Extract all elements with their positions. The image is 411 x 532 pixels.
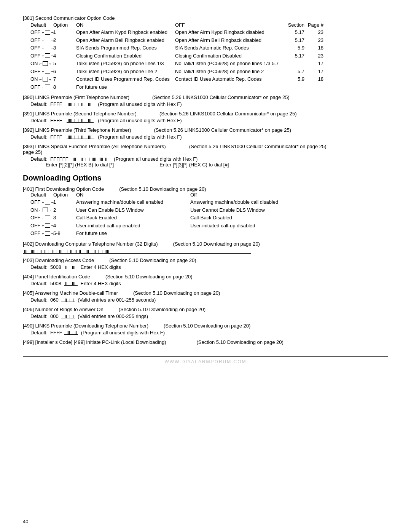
row7-checkbox: ⌐¬ [40, 76, 51, 83]
row4-checkbox: ⌐¬ [42, 53, 54, 59]
section402-input [23, 248, 251, 254]
row3-page: 18 [304, 44, 323, 52]
row6-default: OFF [30, 68, 40, 75]
section390-value: FFFF [50, 101, 62, 107]
section392-title: [392] LINKS Preamble (Third Telephone Nu… [23, 127, 388, 133]
section405-title-line: [405] Answering Machine Double-call Time… [23, 290, 388, 296]
page-content: [381] Second Communicator Option Code De… [23, 15, 388, 345]
section391-ref: (Section 5.26 LINKS1000 Cellular Communi… [159, 111, 297, 117]
row4-off: Closing Confirmation Disabled [175, 52, 282, 60]
section393-value: FFFFFF [50, 156, 68, 162]
row4-on: Closing Confirmation Enabled [76, 52, 175, 60]
col401-header-on: ON [76, 192, 190, 198]
section391-value: FFFF [50, 118, 62, 123]
row3-section: 5.9 [282, 44, 304, 52]
section393-default-row: Default: FFFFFF (Program all unused digi… [30, 155, 388, 162]
row6-option: 6 [53, 68, 76, 75]
row2-on: Open After Alarm Bell Ringback enabled [76, 37, 175, 44]
section490-title-line: [490] LINKS Preamble (Downloading Teleph… [23, 323, 388, 329]
row4-page: 23 [304, 52, 323, 60]
row5-default: ON [30, 60, 38, 67]
row3-checkbox: ⌐¬ [42, 45, 54, 51]
section403-ref: (Section 5.10 Downloading on page 20) [109, 257, 196, 263]
row8-option: 8 [53, 83, 76, 91]
section392-default-row: Default: FFFF (Program all unused digits… [30, 133, 388, 140]
section402-title-line: [402] Downloading Computer s Telephone N… [23, 241, 388, 247]
row4-option: 4 [53, 52, 76, 60]
col401-header-default: Default [30, 192, 53, 198]
section406-default-row: Default: 000 (Valid entries are 000-255 … [30, 312, 388, 319]
table-row: OFF ⌐¬ 6 Talk/Listen (PC5928) on phone l… [30, 68, 388, 75]
row7-default: ON [30, 75, 38, 83]
row1-on: Open After Alarm Kypd Ringback enabled [76, 29, 175, 36]
section403-value: 5008 [50, 264, 61, 270]
section405-ref: (Section 5.10 Downloading on page 20) [133, 290, 220, 296]
row8-on: For future use [76, 83, 175, 91]
table-row: OFF ⌐¬ 4 User-initiated call-up enabled … [30, 222, 388, 230]
row7-section: 5.9 [282, 75, 304, 83]
section490-note: (Program all unused digits with Hex F) [81, 330, 165, 335]
section391-note: (Program all unused digits with Hex F) [98, 118, 182, 123]
row5-checkbox: ⌐¬ [40, 61, 51, 67]
row6-on: Talk/Listen (PC5928) on phone line 2 [76, 68, 175, 75]
section393-enter1: Enter [*][2][*] (HEX B) to dial [*] [46, 162, 114, 168]
table-row: OFF ⌐¬ 1 Open After Alarm Kypd Ringback … [30, 29, 388, 36]
row5-option: 5 [53, 60, 76, 67]
row6-checkbox: ⌐¬ [42, 68, 54, 75]
section404-ref: (Section 5.10 Downloading on page 20) [105, 274, 192, 280]
row3-option: 3 [53, 44, 76, 52]
row7-off: Contact ID Uses Automatic Rep. Codes [175, 75, 282, 83]
row7-option: 7 [53, 75, 76, 83]
table-row: ON ⌐¬ 7 Contact ID Uses Programmed Rep. … [30, 75, 388, 83]
section393-enter2: Enter [*][3][*] (HEX C) to dial [#] [159, 162, 229, 168]
col-header-section: Section [282, 22, 304, 28]
section403-default-row: Default: 5008 Enter 4 HEX digits [30, 263, 388, 270]
row4-default: OFF [30, 52, 40, 60]
table-row: OFF ⌐¬ 1 Answering machine/double call e… [30, 198, 388, 206]
section499-ref: (Section 5.10 Downloading on page 20) [196, 339, 283, 345]
row1-option: 1 [53, 29, 76, 36]
section393-ref2: page 25) [23, 149, 388, 155]
section393-enter-row: Enter [*][2][*] (HEX B) to dial [*] Ente… [46, 162, 388, 168]
table-row: OFF ⌐¬ 5-8 For future use [30, 230, 388, 237]
section404-value: 5008 [50, 281, 61, 286]
section402-ref: (Section 5.10 Downloading on page 20) [173, 241, 260, 247]
section403-title-line: [403] Downloading Access Code (Section 5… [23, 257, 388, 263]
col401-header-option: Option [53, 192, 76, 198]
row6-section: 5.7 [282, 68, 304, 75]
section391-title: [391] LINKS Preamble (Second Telephone N… [23, 111, 388, 117]
section403-note: Enter 4 HEX digits [80, 264, 121, 270]
table-row: ON ⌐¬ 2 User Can Enable DLS Window User … [30, 206, 388, 214]
col-header-option: Option [53, 22, 76, 28]
section392-ref: (Section 5.26 LINKS1000 Cellular Communi… [154, 127, 291, 133]
row2-page: 23 [304, 37, 323, 44]
row1-section: 5.17 [282, 29, 304, 36]
col-header-page: Page # [304, 22, 323, 28]
section391-default-row: Default: FFFF (Program all unused digits… [30, 117, 388, 123]
section406-note: (Valid entries are 000-255 rings) [78, 313, 148, 319]
section405-value: 060 [50, 297, 59, 303]
row3-on: SIA Sends Programmed Rep. Codes [76, 44, 175, 52]
watermark: WWW.DIYALARMPORUM.COM [164, 359, 246, 364]
row8-checkbox: ⌐¬ [42, 84, 54, 90]
section499-title-line: [499] [Installer s Code] [499] Initiate … [23, 339, 388, 345]
row2-checkbox: ⌐¬ [42, 37, 54, 43]
section405-note: (Valid entries are 001-255 seconds) [78, 297, 156, 303]
section390-title: [390] LINKS Preamble (First Telephone Nu… [23, 94, 388, 100]
row2-off: Open After Alrm Bell Ringback disabled [175, 37, 282, 44]
table-row: OFF ⌐¬ 4 Closing Confirmation Enabled Cl… [30, 52, 388, 60]
section404-note: Enter 4 HEX digits [80, 281, 121, 286]
col-header-on: ON [76, 22, 175, 28]
row3-off: SIA Sends Automatic Rep. Codes [175, 44, 282, 52]
col-header-off: OFF [175, 22, 282, 28]
row5-page: 17 [304, 60, 323, 67]
section392-note: (Program all unused digits with Hex F) [98, 134, 182, 140]
table-row: OFF ⌐¬ 3 Call-Back Enabled Call-Back Dis… [30, 214, 388, 222]
section490-value: FFFF [50, 330, 62, 335]
section393-note: (Program all unused digits with Hex F) [114, 156, 198, 162]
row1-page: 23 [304, 29, 323, 36]
row6-page: 17 [304, 68, 323, 75]
section390-note: (Program all unused digits with Hex F) [98, 101, 182, 107]
section393-title-line: [393] LINKS Special Function Preamble (A… [23, 144, 388, 149]
table-row: OFF ⌐¬ 2 Open After Alarm Bell Ringback … [30, 37, 388, 44]
